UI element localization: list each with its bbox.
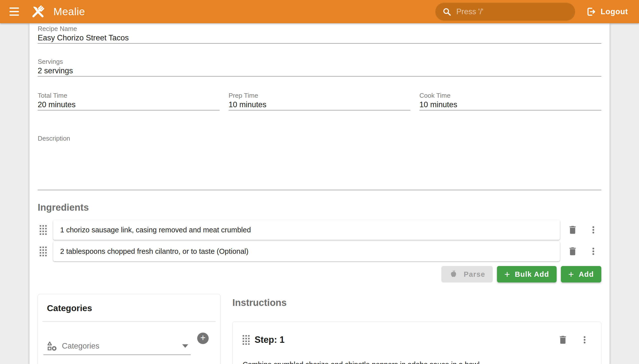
add-category-button[interactable]: +: [197, 332, 209, 344]
plus-icon: +: [200, 333, 205, 342]
add-label: Add: [579, 270, 594, 278]
trash-icon: [558, 334, 568, 345]
prep-time-label: Prep Time: [229, 92, 411, 100]
step-title: Step: 1: [255, 334, 556, 345]
trash-icon: [567, 225, 578, 235]
prep-time-value[interactable]: 10 minutes: [229, 100, 411, 110]
dots-vertical-icon: [588, 246, 598, 256]
total-time-field[interactable]: Total Time 20 minutes: [38, 92, 220, 110]
shapes-category-icon: [46, 340, 58, 352]
ingredient-menu-button[interactable]: [587, 245, 600, 258]
cook-time-field[interactable]: Cook Time 10 minutes: [419, 92, 601, 110]
ingredients-heading: Ingredients: [38, 202, 601, 213]
drag-handle-icon[interactable]: [40, 225, 47, 235]
ingredient-row: 1 chorizo sausage link, casing removed a…: [38, 220, 601, 240]
total-time-label: Total Time: [38, 92, 220, 100]
trash-icon: [567, 246, 578, 256]
recipe-name-field[interactable]: Recipe Name Easy Chorizo Street Tacos: [38, 25, 601, 44]
instructions-heading: Instructions: [232, 297, 601, 308]
categories-title: Categories: [47, 303, 211, 314]
menu-icon[interactable]: [6, 3, 23, 20]
recipe-editor-card: Recipe Name Easy Chorizo Street Tacos Se…: [30, 23, 609, 364]
search-icon: [442, 7, 452, 17]
search-input[interactable]: [456, 7, 569, 16]
cook-time-label: Cook Time: [419, 92, 601, 100]
delete-ingredient-button[interactable]: [566, 244, 579, 258]
ingredient-row: 2 tablespoons chopped fresh cilantro, or…: [38, 241, 601, 262]
ingredient-menu-button[interactable]: [587, 224, 600, 236]
search-bar[interactable]: [435, 3, 575, 21]
delete-ingredient-button[interactable]: [566, 223, 579, 236]
logout-label: Logout: [600, 7, 628, 16]
description-label: Description: [38, 134, 601, 142]
parse-label: Parse: [464, 270, 485, 278]
dots-vertical-icon: [588, 225, 598, 235]
parse-button[interactable]: Parse: [441, 266, 493, 282]
instruction-step-card: Step: 1 Combine crumbled chorizo and chi…: [232, 321, 601, 364]
app-title: Mealie: [53, 6, 85, 18]
bulk-add-button[interactable]: + Bulk Add: [497, 266, 557, 282]
delete-step-button[interactable]: [556, 333, 570, 346]
categories-select-placeholder: Categories: [62, 342, 182, 350]
step-menu-button[interactable]: [578, 333, 591, 346]
add-ingredient-button[interactable]: + Add: [561, 266, 601, 282]
app-bar: Mealie Logout: [0, 0, 639, 23]
servings-label: Servings: [38, 58, 601, 66]
bulk-add-label: Bulk Add: [515, 270, 549, 278]
description-field[interactable]: Description: [38, 134, 601, 190]
plus-icon: +: [504, 270, 510, 279]
drag-handle-icon[interactable]: [243, 335, 250, 345]
logout-icon: [586, 6, 596, 17]
recipe-name-label: Recipe Name: [38, 25, 601, 33]
step-text[interactable]: Combine crumbled chorizo and chipotle pe…: [243, 359, 591, 364]
drag-handle-icon[interactable]: [40, 246, 47, 256]
total-time-value[interactable]: 20 minutes: [38, 100, 220, 110]
plus-icon: +: [568, 270, 574, 279]
servings-field[interactable]: Servings 2 servings: [38, 58, 601, 76]
categories-select[interactable]: Categories: [44, 338, 191, 355]
chevron-down-icon: [182, 344, 188, 348]
mealie-silverware-logo-icon: [29, 3, 47, 21]
logout-button[interactable]: Logout: [582, 4, 631, 20]
dots-vertical-icon: [580, 335, 590, 345]
servings-value[interactable]: 2 servings: [38, 66, 601, 76]
apple-icon: [449, 269, 459, 279]
description-value[interactable]: [38, 142, 601, 190]
ingredient-input[interactable]: 1 chorizo sausage link, casing removed a…: [53, 220, 560, 240]
ingredient-input[interactable]: 2 tablespoons chopped fresh cilantro, or…: [53, 241, 560, 261]
prep-time-field[interactable]: Prep Time 10 minutes: [229, 92, 411, 110]
cook-time-value[interactable]: 10 minutes: [419, 100, 601, 110]
categories-card: Categories Categories +: [38, 294, 221, 364]
recipe-name-value[interactable]: Easy Chorizo Street Tacos: [38, 33, 601, 43]
